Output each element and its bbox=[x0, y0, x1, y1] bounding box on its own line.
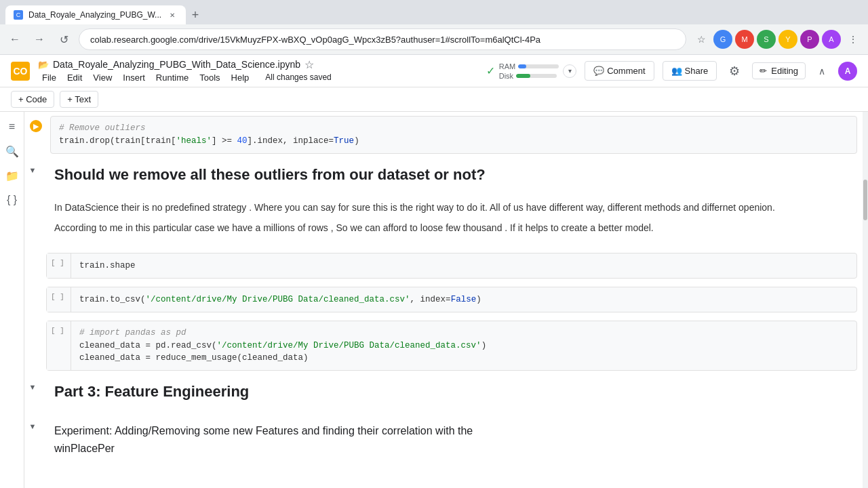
ram-disk-area: RAM Disk bbox=[499, 62, 559, 80]
forward-btn[interactable]: → bbox=[30, 30, 49, 49]
extension-icon-4[interactable]: Y bbox=[778, 30, 797, 49]
nav-bar: ← → ↺ colab.research.google.com/drive/15… bbox=[0, 24, 868, 54]
left-sidebar: ≡ 🔍 📁 { } bbox=[0, 112, 24, 488]
cell-run-icon: ▶ bbox=[30, 120, 42, 132]
right-scrollbar[interactable] bbox=[863, 112, 868, 488]
menu-icon[interactable]: ⋮ bbox=[844, 30, 863, 49]
extension-icon-3[interactable]: S bbox=[757, 30, 776, 49]
menu-runtime[interactable]: Runtime bbox=[152, 71, 193, 84]
profile-icon[interactable]: A bbox=[822, 30, 841, 49]
cell-remove-outliers: ▶ # Remove outliers train.drop(train[tra… bbox=[24, 112, 863, 158]
settings-icon[interactable]: ⚙ bbox=[725, 62, 744, 81]
code-cell-body-2: train.shape bbox=[71, 253, 144, 278]
code-cell-body-1[interactable]: # Remove outliers train.drop(train[train… bbox=[50, 116, 857, 154]
reload-btn[interactable]: ↺ bbox=[54, 30, 73, 49]
connected-checkmark: ✓ bbox=[486, 64, 495, 77]
cell-inner-1: ▶ # Remove outliers train.drop(train[tra… bbox=[24, 115, 863, 155]
ram-fill bbox=[518, 64, 526, 68]
tab-close-btn[interactable]: ✕ bbox=[167, 9, 178, 20]
spacer-4 bbox=[24, 319, 41, 372]
filename-text[interactable]: Data_Royale_Analyzing_PUBG_With_Data_Sci… bbox=[53, 59, 300, 70]
comment-text-1: # Remove outliers bbox=[59, 123, 146, 133]
files-icon[interactable]: 📁 bbox=[3, 166, 22, 185]
para-2: According to me in this particular case … bbox=[54, 220, 852, 235]
drive-icon: 📂 bbox=[38, 60, 49, 70]
cell-gutter-3: [ ] bbox=[47, 287, 71, 312]
toc-icon[interactable]: ≡ bbox=[3, 117, 22, 136]
code-cell-to-csv[interactable]: [ ] train.to_csv('/content/drive/My Driv… bbox=[46, 287, 857, 312]
reduce-mem-code: cleaned_data = reduce_mem_usage(cleaned_… bbox=[79, 352, 486, 365]
code-cell-1: ▶ # Remove outliers train.drop(train[tra… bbox=[24, 115, 863, 155]
disk-label: Disk bbox=[499, 72, 513, 80]
gutter-label-2: [ ] bbox=[51, 259, 64, 267]
section-heading-question: Should we remove all these outliers from… bbox=[54, 166, 852, 184]
collapse-chevron-3[interactable]: ▼ bbox=[24, 417, 41, 468]
menu-help[interactable]: Help bbox=[227, 71, 254, 84]
text-cell-part3: Part 3: Feature Engineering bbox=[41, 378, 863, 411]
comment-btn[interactable]: 💬 Comment bbox=[585, 61, 654, 81]
ram-bar bbox=[518, 64, 559, 68]
cell-question-heading: ▼ Should we remove all these outliers fr… bbox=[24, 158, 863, 197]
search-icon[interactable]: 🔍 bbox=[3, 142, 22, 161]
part3-heading: Part 3: Feature Engineering bbox=[54, 383, 852, 401]
colab-toolbar: + Code + Text bbox=[0, 87, 868, 112]
menu-file[interactable]: File bbox=[38, 71, 60, 84]
editing-label: Editing bbox=[771, 66, 798, 76]
share-btn[interactable]: 👥 Share bbox=[663, 61, 717, 81]
add-text-btn[interactable]: + Text bbox=[60, 91, 98, 108]
menu-view[interactable]: View bbox=[89, 71, 116, 84]
cell-train-shape: [ ] train.shape bbox=[24, 249, 863, 283]
extension-icon-1[interactable]: G bbox=[713, 30, 732, 49]
disk-bar bbox=[516, 74, 557, 78]
code-icon[interactable]: { } bbox=[3, 190, 22, 209]
editing-btn[interactable]: ✏ Editing bbox=[752, 62, 806, 79]
cell-experiment-heading: ▼ Experiment: Adding/Removing some new F… bbox=[24, 414, 863, 470]
collapse-btn[interactable]: ∧ bbox=[814, 63, 830, 79]
user-avatar[interactable]: A bbox=[838, 62, 857, 81]
cell-gutter-4: [ ] bbox=[47, 321, 71, 370]
spacer-1 bbox=[24, 200, 41, 247]
comment-icon: 💬 bbox=[593, 66, 604, 76]
new-tab-btn[interactable]: + bbox=[186, 5, 205, 24]
gutter-label-3: [ ] bbox=[51, 293, 64, 301]
scrollbar-thumb[interactable] bbox=[863, 180, 867, 220]
spacer-2 bbox=[24, 251, 41, 280]
code-line-comment-1: # Remove outliers bbox=[59, 122, 848, 135]
bookmark-icon[interactable]: ☆ bbox=[692, 30, 711, 49]
code-cell-body-4: # import pandas as pd cleaned_data = pd.… bbox=[71, 321, 494, 370]
browser-chrome: C Data_Royale_Analyzing_PUBG_W... ✕ + ← … bbox=[0, 0, 868, 55]
extension-icon-2[interactable]: M bbox=[735, 30, 754, 49]
tab-title: Data_Royale_Analyzing_PUBG_W... bbox=[28, 10, 161, 20]
text-cell-experiment: Experiment: Adding/Removing some new Fea… bbox=[41, 417, 863, 468]
code-cell-cleaned-data[interactable]: [ ] # import pandas as pd cleaned_data =… bbox=[46, 321, 857, 371]
colab-app: CO 📂 Data_Royale_Analyzing_PUBG_With_Dat… bbox=[0, 55, 868, 488]
code-cell-train-shape[interactable]: [ ] train.shape bbox=[46, 253, 857, 279]
train-shape-code: train.shape bbox=[79, 261, 136, 270]
cell-gutter-2: [ ] bbox=[47, 253, 71, 278]
cell-text-para: In DataScience their is no predefined st… bbox=[24, 197, 863, 249]
to-csv-code: train.to_csv('/content/drive/My Drive/PU… bbox=[79, 295, 481, 304]
active-tab[interactable]: C Data_Royale_Analyzing_PUBG_W... ✕ bbox=[5, 5, 186, 24]
code-cell-body-3: train.to_csv('/content/drive/My Drive/PU… bbox=[71, 287, 490, 312]
menu-tools[interactable]: Tools bbox=[195, 71, 224, 84]
back-btn[interactable]: ← bbox=[5, 30, 24, 49]
import-comment: # import pandas as pd bbox=[79, 327, 486, 340]
comment-label: Comment bbox=[607, 66, 645, 76]
cell-to-csv: [ ] train.to_csv('/content/drive/My Driv… bbox=[24, 283, 863, 317]
gutter-label-4: [ ] bbox=[51, 327, 64, 335]
star-icon[interactable]: ☆ bbox=[304, 58, 314, 71]
collapse-chevron-1[interactable]: ▼ bbox=[24, 161, 41, 195]
menu-insert[interactable]: Insert bbox=[119, 71, 149, 84]
dropdown-arrow[interactable]: ▾ bbox=[563, 64, 576, 78]
share-label: Share bbox=[685, 66, 709, 76]
colab-menu: File Edit View Insert Runtime Tools Help… bbox=[38, 71, 478, 84]
tab-favicon: C bbox=[14, 10, 23, 20]
collapse-chevron-2[interactable]: ▼ bbox=[24, 378, 41, 411]
add-code-btn[interactable]: + Code bbox=[11, 91, 54, 108]
address-bar[interactable]: colab.research.google.com/drive/15VkMuyz… bbox=[79, 28, 686, 50]
colab-header: CO 📂 Data_Royale_Analyzing_PUBG_With_Dat… bbox=[0, 55, 868, 87]
para-1: In DataScience their is no predefined st… bbox=[54, 200, 852, 215]
menu-edit[interactable]: Edit bbox=[63, 71, 86, 84]
extension-icon-5[interactable]: P bbox=[800, 30, 819, 49]
experiment-heading: Experiment: Adding/Removing some new Fea… bbox=[54, 422, 852, 457]
